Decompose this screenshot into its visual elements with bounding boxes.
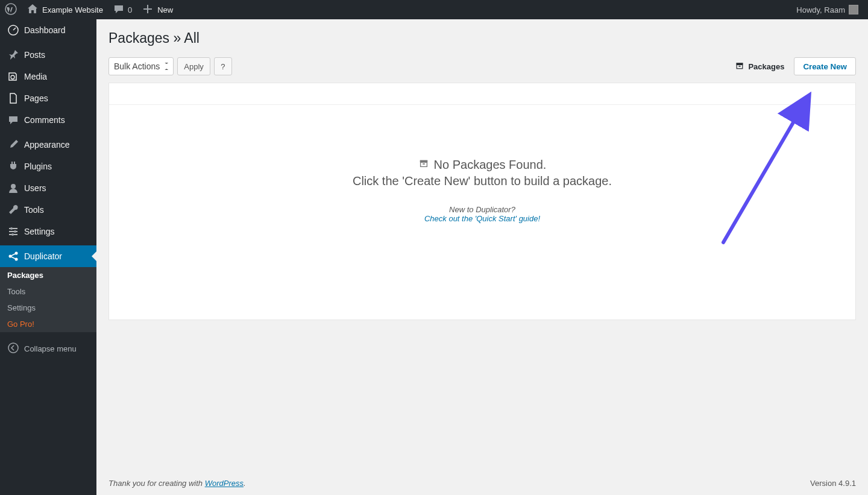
- svg-rect-16: [423, 163, 425, 165]
- admin-bar-right: Howdy, Raam: [791, 0, 863, 19]
- comment-icon: [113, 3, 125, 17]
- sidebar-label: Settings: [24, 227, 55, 236]
- toolbar-left: Bulk Actions Apply ?: [108, 57, 232, 75]
- quickstart-link[interactable]: Check out the 'Quick Start' guide!: [424, 214, 540, 223]
- apply-button[interactable]: Apply: [177, 57, 210, 75]
- comment-icon: [7, 114, 19, 126]
- admin-sidebar: Dashboard Posts Media Pages Comments App…: [0, 19, 96, 495]
- pin-icon: [7, 49, 19, 61]
- submenu-tools[interactable]: Tools: [0, 283, 96, 300]
- comment-count: 0: [128, 5, 132, 14]
- help-label: ?: [221, 62, 225, 71]
- panel-body: No Packages Found. Click the 'Create New…: [109, 105, 855, 320]
- plus-icon: [142, 3, 154, 17]
- sidebar-item-appearance[interactable]: Appearance: [0, 134, 96, 156]
- svg-rect-13: [739, 66, 741, 67]
- avatar: [849, 5, 858, 14]
- empty-help-line: New to Duplicator?: [121, 205, 843, 214]
- site-name-label: Example Website: [42, 5, 103, 14]
- packages-tab[interactable]: Packages: [735, 61, 784, 72]
- collapse-label: Collapse menu: [24, 344, 77, 353]
- admin-bar: Example Website 0 New Howdy, Raam: [0, 0, 868, 19]
- user-menu[interactable]: Howdy, Raam: [791, 0, 863, 19]
- sidebar-label: Comments: [24, 115, 65, 125]
- collapse-icon: [7, 342, 24, 356]
- sidebar-label: Posts: [24, 50, 45, 60]
- sliders-icon: [7, 225, 19, 238]
- home-icon: [27, 3, 39, 17]
- create-new-button[interactable]: Create New: [794, 57, 856, 75]
- packages-panel: No Packages Found. Click the 'Create New…: [108, 83, 856, 320]
- page-title: Packages » All: [108, 19, 856, 54]
- sidebar-label: Duplicator: [24, 251, 62, 261]
- main-content: Packages » All Bulk Actions Apply ? Pack…: [96, 19, 868, 495]
- archive-icon: [418, 158, 429, 172]
- version-label: Version 4.9.1: [810, 479, 856, 488]
- wordpress-icon: [5, 3, 17, 17]
- sidebar-label: Dashboard: [24, 25, 66, 35]
- page-icon: [7, 92, 19, 104]
- submenu-packages[interactable]: Packages: [0, 267, 96, 283]
- sidebar-label: Appearance: [24, 140, 70, 150]
- svg-point-10: [8, 343, 18, 353]
- sidebar-item-media[interactable]: Media: [0, 66, 96, 87]
- panel-header: [109, 83, 855, 105]
- sidebar-item-comments[interactable]: Comments: [0, 109, 96, 131]
- svg-point-2: [11, 75, 14, 79]
- sidebar-label: Pages: [24, 93, 48, 103]
- archive-icon: [735, 61, 748, 72]
- svg-point-3: [11, 184, 16, 189]
- new-button[interactable]: New: [137, 0, 178, 19]
- svg-point-4: [10, 227, 13, 230]
- svg-point-5: [14, 230, 16, 233]
- brush-icon: [7, 139, 19, 151]
- wordpress-link[interactable]: WordPress: [205, 479, 244, 488]
- wp-logo-button[interactable]: [0, 0, 22, 19]
- comments-button[interactable]: 0: [108, 0, 137, 19]
- admin-bar-left: Example Website 0 New: [0, 0, 178, 19]
- help-button[interactable]: ?: [214, 57, 232, 75]
- duplicator-submenu: Packages Tools Settings Go Pro!: [0, 267, 96, 332]
- admin-footer: Thank you for creating with WordPress. V…: [108, 471, 856, 495]
- submenu-settings[interactable]: Settings: [0, 300, 96, 316]
- sidebar-label: Media: [24, 72, 47, 81]
- sidebar-item-tools[interactable]: Tools: [0, 199, 96, 221]
- sidebar-item-plugins[interactable]: Plugins: [0, 156, 96, 177]
- footer-left: Thank you for creating with WordPress.: [108, 479, 246, 488]
- collapse-menu[interactable]: Collapse menu: [0, 337, 96, 361]
- sidebar-item-users[interactable]: Users: [0, 177, 96, 199]
- sidebar-item-settings[interactable]: Settings: [0, 221, 96, 242]
- sidebar-item-dashboard[interactable]: Dashboard: [0, 19, 96, 41]
- empty-title: No Packages Found.: [418, 158, 547, 172]
- sidebar-item-pages[interactable]: Pages: [0, 87, 96, 109]
- submenu-gopro[interactable]: Go Pro!: [0, 316, 96, 332]
- svg-point-8: [15, 252, 18, 255]
- sidebar-item-duplicator[interactable]: Duplicator: [0, 245, 96, 267]
- sidebar-item-posts[interactable]: Posts: [0, 44, 96, 66]
- howdy-label: Howdy, Raam: [796, 5, 845, 14]
- new-label: New: [157, 5, 173, 14]
- empty-subtitle: Click the 'Create New' button to build a…: [121, 174, 843, 188]
- plug-icon: [7, 160, 19, 172]
- media-icon: [7, 71, 19, 83]
- svg-rect-12: [737, 65, 743, 68]
- svg-point-7: [9, 255, 12, 258]
- user-icon: [7, 182, 19, 194]
- svg-point-9: [15, 258, 18, 261]
- dashboard-icon: [7, 24, 19, 36]
- sidebar-label: Users: [24, 183, 46, 193]
- share-icon: [7, 250, 19, 262]
- svg-point-6: [11, 233, 14, 236]
- wrench-icon: [7, 204, 19, 216]
- bulk-actions-label: Bulk Actions: [114, 61, 160, 71]
- toolbar-right: Packages Create New: [735, 57, 856, 75]
- toolbar: Bulk Actions Apply ? Packages Create New: [108, 54, 856, 79]
- sidebar-label: Plugins: [24, 162, 52, 171]
- bulk-actions-select[interactable]: Bulk Actions: [108, 57, 174, 75]
- packages-tab-label: Packages: [748, 62, 784, 71]
- sidebar-label: Tools: [24, 205, 44, 215]
- site-name-button[interactable]: Example Website: [22, 0, 108, 19]
